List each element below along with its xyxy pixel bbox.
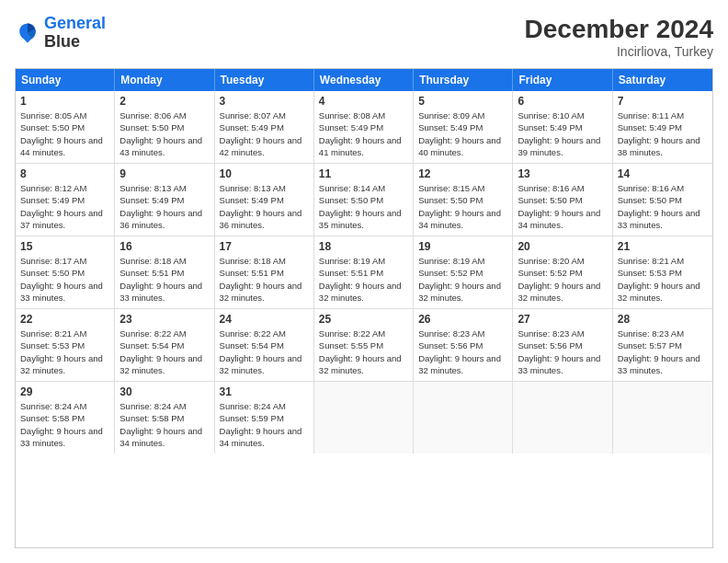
calendar-row: 15Sunrise: 8:17 AMSunset: 5:50 PMDayligh… (16, 236, 712, 309)
day-number: 7 (618, 95, 708, 108)
calendar-cell: 23Sunrise: 8:22 AMSunset: 5:54 PMDayligh… (115, 309, 214, 381)
day-info: Sunrise: 8:08 AMSunset: 5:49 PMDaylight:… (319, 109, 408, 158)
day-number: 28 (618, 313, 708, 326)
calendar-cell: 22Sunrise: 8:21 AMSunset: 5:53 PMDayligh… (16, 309, 115, 381)
day-info: Sunrise: 8:20 AMSunset: 5:52 PMDaylight:… (518, 255, 607, 304)
day-number: 12 (418, 167, 507, 180)
day-number: 10 (220, 167, 309, 180)
calendar-cell: 21Sunrise: 8:21 AMSunset: 5:53 PMDayligh… (613, 236, 712, 308)
calendar-cell: 5Sunrise: 8:09 AMSunset: 5:49 PMDaylight… (414, 91, 513, 163)
day-number: 13 (518, 167, 607, 180)
calendar-cell: 14Sunrise: 8:16 AMSunset: 5:50 PMDayligh… (613, 164, 712, 236)
day-info: Sunrise: 8:11 AMSunset: 5:49 PMDaylight:… (618, 109, 708, 158)
day-number: 27 (518, 313, 607, 326)
day-info: Sunrise: 8:24 AMSunset: 5:59 PMDaylight:… (220, 400, 309, 449)
calendar-cell: 11Sunrise: 8:14 AMSunset: 5:50 PMDayligh… (314, 164, 414, 236)
page: General Blue December 2024 Incirliova, T… (0, 0, 728, 563)
calendar-header-cell: Sunday (16, 69, 115, 91)
logo-icon (15, 20, 40, 46)
day-info: Sunrise: 8:21 AMSunset: 5:53 PMDaylight:… (618, 255, 708, 304)
calendar-cell: 7Sunrise: 8:11 AMSunset: 5:49 PMDaylight… (613, 91, 712, 163)
calendar-header: SundayMondayTuesdayWednesdayThursdayFrid… (16, 69, 712, 91)
calendar-cell: 18Sunrise: 8:19 AMSunset: 5:51 PMDayligh… (314, 236, 414, 308)
logo: General Blue (15, 15, 106, 52)
calendar-cell (314, 382, 414, 454)
calendar-cell: 24Sunrise: 8:22 AMSunset: 5:54 PMDayligh… (215, 309, 314, 381)
calendar-cell: 2Sunrise: 8:06 AMSunset: 5:50 PMDaylight… (115, 91, 214, 163)
calendar-cell: 29Sunrise: 8:24 AMSunset: 5:58 PMDayligh… (16, 382, 115, 454)
day-info: Sunrise: 8:16 AMSunset: 5:50 PMDaylight:… (618, 182, 708, 231)
day-info: Sunrise: 8:21 AMSunset: 5:53 PMDaylight:… (20, 327, 109, 376)
subtitle: Incirliova, Turkey (525, 44, 713, 59)
day-number: 18 (319, 240, 408, 253)
calendar-header-cell: Tuesday (215, 69, 314, 91)
day-info: Sunrise: 8:14 AMSunset: 5:50 PMDaylight:… (319, 182, 408, 231)
day-number: 11 (319, 167, 408, 180)
day-info: Sunrise: 8:23 AMSunset: 5:56 PMDaylight:… (518, 327, 607, 376)
day-info: Sunrise: 8:19 AMSunset: 5:52 PMDaylight:… (418, 255, 507, 304)
calendar-body: 1Sunrise: 8:05 AMSunset: 5:50 PMDaylight… (16, 91, 712, 454)
day-info: Sunrise: 8:15 AMSunset: 5:50 PMDaylight:… (418, 182, 507, 231)
calendar-cell: 16Sunrise: 8:18 AMSunset: 5:51 PMDayligh… (115, 236, 214, 308)
calendar-cell: 27Sunrise: 8:23 AMSunset: 5:56 PMDayligh… (513, 309, 612, 381)
day-info: Sunrise: 8:16 AMSunset: 5:50 PMDaylight:… (518, 182, 607, 231)
day-info: Sunrise: 8:23 AMSunset: 5:57 PMDaylight:… (618, 327, 708, 376)
calendar-cell (414, 382, 513, 454)
day-number: 16 (119, 240, 209, 253)
logo-line1: General (44, 14, 106, 32)
calendar-cell: 3Sunrise: 8:07 AMSunset: 5:49 PMDaylight… (215, 91, 314, 163)
calendar-cell: 17Sunrise: 8:18 AMSunset: 5:51 PMDayligh… (215, 236, 314, 308)
calendar-cell: 20Sunrise: 8:20 AMSunset: 5:52 PMDayligh… (513, 236, 612, 308)
logo-text: General Blue (44, 15, 106, 52)
calendar-cell: 28Sunrise: 8:23 AMSunset: 5:57 PMDayligh… (613, 309, 712, 381)
day-info: Sunrise: 8:24 AMSunset: 5:58 PMDaylight:… (119, 400, 209, 449)
calendar-cell: 1Sunrise: 8:05 AMSunset: 5:50 PMDaylight… (16, 91, 115, 163)
day-info: Sunrise: 8:06 AMSunset: 5:50 PMDaylight:… (119, 109, 209, 158)
calendar-cell: 30Sunrise: 8:24 AMSunset: 5:58 PMDayligh… (115, 382, 214, 454)
day-number: 6 (518, 95, 607, 108)
calendar-cell: 8Sunrise: 8:12 AMSunset: 5:49 PMDaylight… (16, 164, 115, 236)
calendar: SundayMondayTuesdayWednesdayThursdayFrid… (15, 68, 713, 548)
day-info: Sunrise: 8:10 AMSunset: 5:49 PMDaylight:… (518, 109, 607, 158)
day-number: 21 (618, 240, 708, 253)
calendar-cell: 4Sunrise: 8:08 AMSunset: 5:49 PMDaylight… (314, 91, 414, 163)
calendar-cell (513, 382, 612, 454)
calendar-cell (613, 382, 712, 454)
day-number: 1 (20, 95, 109, 108)
day-info: Sunrise: 8:23 AMSunset: 5:56 PMDaylight:… (418, 327, 507, 376)
header: General Blue December 2024 Incirliova, T… (15, 15, 713, 59)
day-info: Sunrise: 8:17 AMSunset: 5:50 PMDaylight:… (20, 255, 109, 304)
day-number: 17 (220, 240, 309, 253)
day-number: 22 (20, 313, 109, 326)
day-number: 5 (418, 95, 507, 108)
day-number: 15 (20, 240, 109, 253)
day-info: Sunrise: 8:13 AMSunset: 5:49 PMDaylight:… (119, 182, 209, 231)
calendar-cell: 15Sunrise: 8:17 AMSunset: 5:50 PMDayligh… (16, 236, 115, 308)
calendar-cell: 13Sunrise: 8:16 AMSunset: 5:50 PMDayligh… (513, 164, 612, 236)
day-info: Sunrise: 8:18 AMSunset: 5:51 PMDaylight:… (220, 255, 309, 304)
day-number: 20 (518, 240, 607, 253)
calendar-header-cell: Wednesday (314, 69, 414, 91)
day-info: Sunrise: 8:18 AMSunset: 5:51 PMDaylight:… (119, 255, 209, 304)
day-number: 30 (119, 385, 209, 398)
day-number: 3 (220, 95, 309, 108)
day-info: Sunrise: 8:13 AMSunset: 5:49 PMDaylight:… (220, 182, 309, 231)
day-number: 25 (319, 313, 408, 326)
main-title: December 2024 (525, 15, 713, 44)
calendar-cell: 19Sunrise: 8:19 AMSunset: 5:52 PMDayligh… (414, 236, 513, 308)
day-info: Sunrise: 8:09 AMSunset: 5:49 PMDaylight:… (418, 109, 507, 158)
calendar-row: 1Sunrise: 8:05 AMSunset: 5:50 PMDaylight… (16, 91, 712, 164)
day-number: 24 (220, 313, 309, 326)
calendar-header-cell: Saturday (613, 69, 712, 91)
calendar-cell: 26Sunrise: 8:23 AMSunset: 5:56 PMDayligh… (414, 309, 513, 381)
title-block: December 2024 Incirliova, Turkey (525, 15, 713, 59)
day-info: Sunrise: 8:07 AMSunset: 5:49 PMDaylight:… (220, 109, 309, 158)
day-info: Sunrise: 8:24 AMSunset: 5:58 PMDaylight:… (20, 400, 109, 449)
day-number: 19 (418, 240, 507, 253)
logo-line2: Blue (44, 33, 106, 52)
day-info: Sunrise: 8:19 AMSunset: 5:51 PMDaylight:… (319, 255, 408, 304)
calendar-cell: 31Sunrise: 8:24 AMSunset: 5:59 PMDayligh… (215, 382, 314, 454)
calendar-row: 29Sunrise: 8:24 AMSunset: 5:58 PMDayligh… (16, 382, 712, 454)
calendar-row: 22Sunrise: 8:21 AMSunset: 5:53 PMDayligh… (16, 309, 712, 382)
calendar-header-cell: Monday (115, 69, 214, 91)
